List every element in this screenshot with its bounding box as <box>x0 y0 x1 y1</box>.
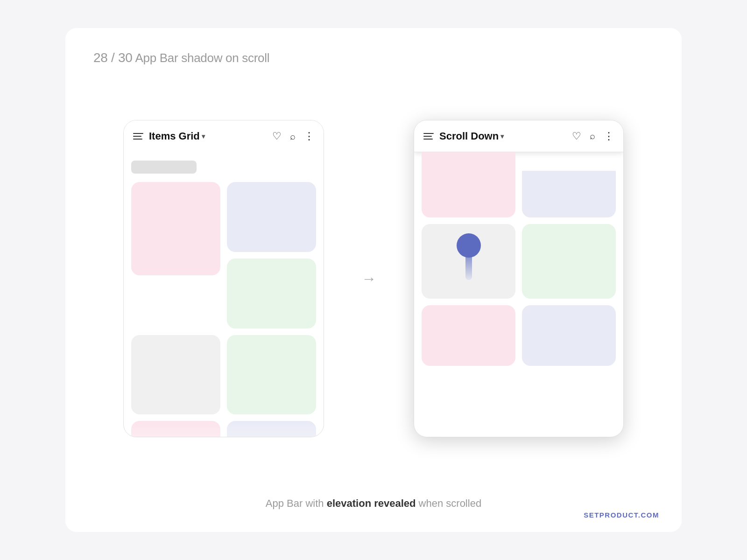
app-bar-left: Items Grid ▾ ♡ ⌕ ⋮ <box>124 120 324 152</box>
app-title-right: Scroll Down ▾ <box>439 130 566 142</box>
dropdown-arrow-right: ▾ <box>500 133 504 140</box>
more-icon-left[interactable]: ⋮ <box>304 130 314 142</box>
caption: App Bar with elevation revealed when scr… <box>266 497 481 510</box>
finger-dot <box>457 233 481 258</box>
app-bar-right: Scroll Down ▾ ♡ ⌕ ⋮ <box>414 120 623 152</box>
grid-item-lavender-r1 <box>522 171 616 217</box>
grid-item-green-2 <box>227 335 316 414</box>
phone-right-content <box>414 152 623 437</box>
phone-left-content <box>124 152 324 437</box>
dropdown-arrow-left: ▾ <box>202 133 205 140</box>
favorite-icon-right[interactable]: ♡ <box>572 130 581 142</box>
slide-number: 28 / 30App Bar shadow on scroll <box>93 50 654 65</box>
app-title-left: Items Grid ▾ <box>149 130 267 142</box>
grid-right-col <box>227 182 316 329</box>
grid-item-lavender-r3 <box>522 305 616 366</box>
more-icon-right[interactable]: ⋮ <box>604 130 614 142</box>
grid-item-pink-1 <box>131 182 220 275</box>
phone-left: Items Grid ▾ ♡ ⌕ ⋮ <box>123 120 324 437</box>
grid-item-pink-fade-1 <box>131 421 220 437</box>
favorite-icon-left[interactable]: ♡ <box>272 130 282 142</box>
app-bar-icons-left: ♡ ⌕ ⋮ <box>272 130 314 142</box>
search-icon-left[interactable]: ⌕ <box>290 131 296 142</box>
grid-item-lavender-1 <box>227 182 316 252</box>
arrow-connector: → <box>361 270 376 287</box>
grid-item-pink-r3 <box>422 305 515 366</box>
bottom-section: App Bar with elevation revealed when scr… <box>93 481 654 510</box>
hamburger-icon-right[interactable] <box>423 133 434 140</box>
grid-item-pink-r1 <box>422 152 515 217</box>
search-icon-right[interactable]: ⌕ <box>590 131 595 141</box>
grid-item-gray-r2 <box>422 224 515 299</box>
demo-area: Items Grid ▾ ♡ ⌕ ⋮ <box>93 84 654 473</box>
slide-card: 28 / 30App Bar shadow on scroll Items Gr… <box>65 28 682 532</box>
grid-item-green-1 <box>227 259 316 329</box>
phone-right: Scroll Down ▾ ♡ ⌕ ⋮ <box>414 120 624 437</box>
grid-item-green-r2 <box>522 224 616 299</box>
grid-item-lavender-fade-1 <box>227 421 316 437</box>
grid-left <box>131 182 316 437</box>
grid-right <box>422 152 616 366</box>
hamburger-icon-left[interactable] <box>133 133 143 140</box>
search-placeholder <box>131 161 197 174</box>
grid-item-gray-1 <box>131 335 220 414</box>
watermark: SETPRODUCT.COM <box>584 511 659 519</box>
app-bar-icons-right: ♡ ⌕ ⋮ <box>572 130 614 142</box>
